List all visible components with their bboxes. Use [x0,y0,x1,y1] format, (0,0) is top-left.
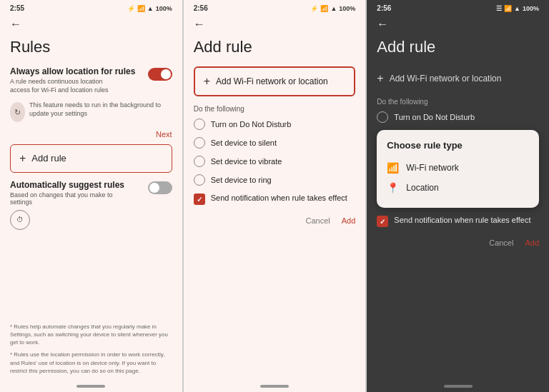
add-rule-box[interactable]: + Add rule [10,144,172,173]
option-vibrate-label: Set device to vibrate [211,157,282,166]
status-bar-2: 2:56 ⚡ 📶 ▲ 100% [184,0,366,14]
background-desc: This feature needs to run in the backgro… [29,101,172,118]
signal-icon-3: ▲ [514,5,520,12]
battery-icon-2: 100% [339,5,355,12]
dark-add-wifi-label: Add Wi-Fi network or location [390,74,502,84]
checkmark-icon-dark: ✓ [380,218,385,226]
checkmark-icon: ✓ [197,196,202,203]
option-vibrate[interactable]: Set device to vibrate [194,156,356,167]
note-2: * Rules use the location permission in o… [10,351,172,375]
checkbox-label-dark: Send notification when rule takes effect [394,215,530,225]
location-option[interactable]: 📍 Location [387,178,529,198]
choose-rule-popup: Choose rule type 📶 Wi-Fi network 📍 Locat… [377,130,539,208]
auto-suggest-text: Automatically suggest rules Based on cha… [10,180,124,206]
battery-icon: 100% [156,5,172,12]
radio-dnd-dark [377,111,388,123]
plus-icon-3: + [377,72,383,85]
always-allow-row: Always allow location for rules A rule n… [10,66,172,94]
next-button[interactable]: Next [156,130,172,139]
always-allow-title: Always allow location for rules [10,66,135,76]
auto-suggest-title: Automatically suggest rules [10,180,124,190]
panel3-content: Add rule + Add Wi-Fi network or location… [367,32,549,379]
add-button-2[interactable]: Add [342,216,356,225]
dialog-footer-2: Cancel Add [194,212,356,229]
note-1: * Rules help automate changes that you r… [10,323,172,347]
option-ring-label: Set device to ring [211,176,272,184]
wifi-status-icon: 📶 [137,5,145,12]
signal-icon: ▲ [147,5,154,12]
checkbox-notification[interactable]: ✓ Send notification when rule takes effe… [194,193,356,205]
home-indicator-3 [444,385,473,388]
toggle-knob-1 [161,69,171,79]
always-allow-toggle[interactable] [148,68,172,81]
rules-title: Rules [10,38,172,56]
checkbox-box: ✓ [194,194,205,205]
option-dnd-label: Turn on Do Not Disturb [211,120,292,129]
wifi-network-option[interactable]: 📶 Wi-Fi network [387,158,529,178]
option-silent-label: Set device to silent [211,139,277,147]
background-icon-row: ↻ This feature needs to run in the backg… [10,101,172,122]
do-following-label: Do the following [194,105,356,113]
dialog-footer-3: Cancel Add [377,234,539,251]
panel-add-rule: 2:56 ⚡ 📶 ▲ 100% ← Add rule + Add Wi-Fi n… [184,0,366,392]
home-indicator-2 [260,385,289,388]
auto-suggest-row: Automatically suggest rules Based on cha… [10,180,172,206]
footer-notes: * Rules help automate changes that you r… [0,323,182,379]
panel-add-rule-dark: 2:56 ☰ 📶 ▲ 100% ← Add rule + Add Wi-Fi n… [367,0,549,392]
bluetooth-icon: ⚡ [127,5,135,12]
clock-icon-row: ⏱ [10,210,172,230]
add-wifi-box[interactable]: + Add Wi-Fi network or location [194,66,356,96]
status-bar-1: 2:55 ⚡ 📶 ▲ 100% [0,0,182,14]
option-dnd[interactable]: Turn on Do Not Disturb [194,119,356,130]
auto-suggest-desc: Based on changes that you make to settin… [10,191,117,206]
back-button-3[interactable]: ← [367,14,549,32]
home-indicator-1 [76,385,105,388]
wifi-status-icon-2: 📶 [320,5,328,12]
radio-dnd [194,119,205,130]
clock-icon: ⏱ [10,210,30,230]
back-button-2[interactable]: ← [184,14,366,32]
add-rule-label: Add rule [31,153,66,164]
background-icon: ↻ [10,102,25,122]
status-bar-3: 2:56 ☰ 📶 ▲ 100% [367,0,549,14]
always-allow-desc: A rule needs continuous location access … [10,78,124,94]
panel-rules: 2:55 ⚡ 📶 ▲ 100% ← Rules Always allow loc… [0,0,182,392]
dark-add-wifi[interactable]: + Add Wi-Fi network or location [377,66,539,91]
checkbox-notification-dark[interactable]: ✓ Send notification when rule takes effe… [377,215,539,227]
cancel-button-2[interactable]: Cancel [306,216,330,225]
radio-vibrate [194,156,205,167]
location-label: Location [406,183,438,193]
status-icons-1: ⚡ 📶 ▲ 100% [127,5,172,12]
plus-icon-2: + [204,75,210,88]
wifi-network-icon: 📶 [387,162,399,174]
time-2: 2:56 [194,4,208,12]
battery-icon-3: 100% [523,5,539,12]
add-wifi-label: Add Wi-Fi network or location [216,76,328,86]
signal-icon-2: ▲ [330,5,337,12]
checkbox-box-dark: ✓ [377,216,388,227]
option-silent[interactable]: Set device to silent [194,137,356,149]
always-allow-text: Always allow location for rules A rule n… [10,66,135,94]
time-1: 2:55 [10,4,24,12]
bluetooth-icon-2: ⚡ [310,5,318,12]
radio-ring [194,174,205,186]
option-ring[interactable]: Set device to ring [194,174,356,186]
add-rule-title-dark: Add rule [377,38,539,56]
cancel-button-3[interactable]: Cancel [489,238,513,247]
wifi-status-icon-3: 📶 [504,5,512,12]
add-button-3[interactable]: Add [525,238,539,247]
toggle-knob-2 [149,183,159,193]
radio-silent [194,137,205,149]
checkbox-label: Send notification when rule takes effect [211,193,347,203]
panel2-content: Add rule + Add Wi-Fi network or location… [184,32,366,379]
status-icons-3: ☰ 📶 ▲ 100% [496,5,539,12]
option-dnd-dark-label: Turn on Do Not Disturb [394,113,475,121]
back-button-1[interactable]: ← [0,14,182,32]
panel1-content: Rules Always allow location for rules A … [0,32,182,318]
location-pin-icon: 📍 [387,182,399,194]
time-3: 2:56 [377,4,391,12]
sim-icon: ☰ [496,5,502,12]
option-dnd-dark[interactable]: Turn on Do Not Disturb [377,111,539,123]
add-rule-title: Add rule [194,38,356,56]
auto-suggest-toggle[interactable] [148,181,172,194]
